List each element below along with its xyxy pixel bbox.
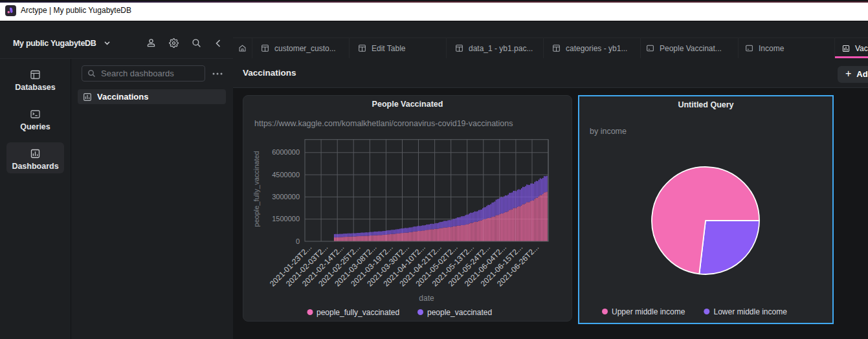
svg-text:0: 0 [296, 237, 300, 245]
svg-text:date: date [419, 294, 434, 303]
svg-text:1500000: 1500000 [272, 215, 300, 223]
svg-text:6000000: 6000000 [272, 148, 300, 156]
svg-text:people_fully_vaccinated: people_fully_vaccinated [252, 151, 260, 226]
svg-text:people_vaccinated: people_vaccinated [427, 308, 492, 317]
svg-text:people_fully_vaccinated: people_fully_vaccinated [317, 308, 399, 317]
svg-text:Lower middle income: Lower middle income [714, 307, 788, 316]
svg-text:Upper middle income: Upper middle income [612, 307, 685, 316]
svg-text:3000000: 3000000 [272, 193, 300, 201]
svg-text:4500000: 4500000 [272, 171, 300, 179]
